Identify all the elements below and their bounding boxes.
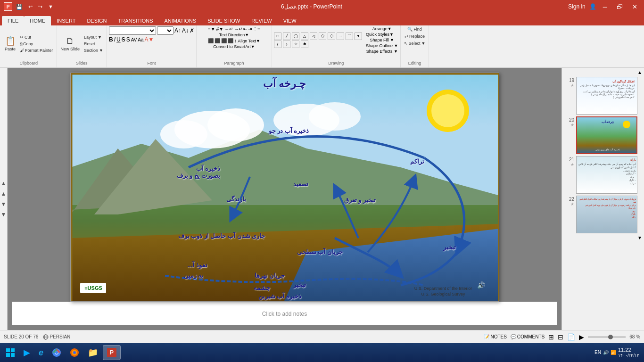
restore-btn[interactable]: 🗗 bbox=[614, 2, 626, 11]
comments-btn[interactable]: 💬 COMMENTS bbox=[511, 334, 545, 339]
select-button[interactable]: ↖ Select▼ bbox=[403, 41, 427, 46]
reading-view-btn[interactable]: 📄 bbox=[567, 333, 575, 341]
quick-redo-btn[interactable]: ↪ bbox=[36, 3, 44, 10]
section-button[interactable]: Section▼ bbox=[83, 48, 105, 53]
tab-insert[interactable]: INSERT bbox=[51, 16, 81, 25]
italic-btn[interactable]: I bbox=[114, 36, 116, 43]
scroll-up-btn[interactable]: ▲ bbox=[0, 179, 7, 188]
tab-design[interactable]: DESIGN bbox=[81, 16, 112, 25]
increase-indent-btn[interactable]: →↵ bbox=[234, 26, 242, 32]
ltr-btn[interactable]: ⇥ bbox=[248, 26, 252, 32]
minimize-btn[interactable]: ─ bbox=[600, 2, 610, 11]
taskbar-firefox[interactable] bbox=[66, 345, 83, 360]
underline-btn[interactable]: U bbox=[116, 36, 121, 43]
scroll-up2-btn[interactable]: ▲ bbox=[0, 189, 7, 198]
arrange-btn[interactable]: Arrange▼ bbox=[366, 26, 398, 31]
quick-styles-btn[interactable]: Quick Styles▼ bbox=[366, 32, 394, 37]
thumbnail-item-20[interactable]: 20 ★ چرخه آب ذخیره bbox=[564, 116, 642, 154]
align-left-btn[interactable]: ⬛ bbox=[208, 38, 214, 43]
slideshow-btn[interactable]: ▶ bbox=[579, 333, 584, 341]
thumb-scroll-up[interactable]: ▲ bbox=[637, 70, 642, 75]
normal-view-btn[interactable]: ⊞ bbox=[548, 333, 554, 341]
zoom-slider[interactable] bbox=[588, 336, 626, 338]
shape-curve[interactable]: ⌒ bbox=[346, 33, 353, 40]
justify-btn[interactable]: ⬛ bbox=[228, 38, 233, 43]
char-spacing-btn[interactable]: AV bbox=[131, 37, 137, 42]
thumb-scroll-down[interactable]: ▼ bbox=[637, 235, 642, 240]
format-painter-button[interactable]: 🖌 Format Painter bbox=[18, 48, 55, 53]
taskbar-powerpoint[interactable]: P bbox=[103, 345, 121, 360]
slide-canvas[interactable]: U.S. Department of the Interior U.S. Geo… bbox=[70, 73, 499, 302]
align-text-btn[interactable]: Align Text▼ bbox=[238, 38, 260, 43]
copy-button[interactable]: ⎘ Copy bbox=[18, 41, 55, 47]
convert-smartart-btn[interactable]: Convert to SmartArt▼ bbox=[213, 44, 255, 49]
paste-button[interactable]: 📋 Paste bbox=[3, 35, 17, 52]
slide-sorter-btn[interactable]: ⊟ bbox=[558, 333, 563, 341]
shape-more5[interactable]: ✱ bbox=[301, 41, 308, 48]
font-size-select[interactable] bbox=[157, 26, 173, 35]
taskbar-folder[interactable]: 📁 bbox=[84, 345, 102, 360]
shadow-btn[interactable]: S bbox=[126, 36, 130, 43]
start-button[interactable] bbox=[2, 345, 19, 360]
line-spacing-btn[interactable]: ↕ bbox=[234, 38, 237, 43]
numbering-btn[interactable]: #▼ bbox=[216, 26, 223, 32]
tab-animations[interactable]: ANIMATIONS bbox=[159, 16, 202, 25]
columns-btn[interactable]: ⋮≡ bbox=[253, 26, 260, 32]
decrease-indent-btn[interactable]: ←↵ bbox=[224, 26, 233, 32]
thumbnail-item-21[interactable]: 21 ★ باران آبِ آماده که وجود آن می باشد … bbox=[564, 156, 642, 194]
shape-line[interactable]: ╱ bbox=[283, 33, 290, 40]
cut-button[interactable]: ✂ Cut bbox=[18, 34, 55, 40]
shape-more3[interactable]: } bbox=[283, 41, 290, 48]
increase-font-btn[interactable]: A↑ bbox=[174, 27, 181, 34]
tab-file[interactable]: FILE bbox=[2, 16, 24, 25]
shape-rect[interactable]: □ bbox=[274, 33, 281, 40]
shape-fill-btn[interactable]: Shape Fill ▼ bbox=[366, 38, 398, 42]
rtl-btn[interactable]: ⇤ bbox=[243, 26, 247, 32]
bold-btn[interactable]: B bbox=[109, 36, 113, 43]
thumbnail-item-19[interactable]: 19 ★ اشکال گوناگون آب این ها از شکل نشان… bbox=[564, 77, 642, 115]
layout-button[interactable]: Layout▼ bbox=[83, 34, 105, 40]
replace-button[interactable]: ⇄ Replace bbox=[403, 33, 426, 39]
tab-view[interactable]: VIEW bbox=[278, 16, 302, 25]
tab-review[interactable]: REVIEW bbox=[246, 16, 277, 25]
shape-pent[interactable]: ⬠ bbox=[319, 33, 326, 40]
find-button[interactable]: 🔍 Find bbox=[406, 26, 423, 32]
shape-outline-btn[interactable]: Shape Outline ▼ bbox=[366, 43, 398, 48]
taskbar-media-player[interactable]: ▶ bbox=[20, 345, 34, 360]
taskbar-ie[interactable]: e bbox=[35, 345, 47, 360]
volume-icon[interactable]: 🔊 bbox=[603, 350, 609, 355]
shape-tri[interactable]: △ bbox=[301, 33, 308, 40]
shape-effects-btn[interactable]: Shape Effects ▼ bbox=[366, 49, 398, 54]
shape-hex[interactable]: ⬡ bbox=[328, 33, 335, 40]
shape-arrow[interactable]: → bbox=[337, 33, 344, 40]
sign-in-link[interactable]: Sign in bbox=[568, 3, 586, 10]
reset-button[interactable]: Reset bbox=[83, 41, 105, 47]
close-btn[interactable]: ✕ bbox=[629, 2, 640, 11]
strikethrough-btn[interactable]: S bbox=[122, 36, 125, 43]
quick-save-btn[interactable]: 💾 bbox=[14, 3, 25, 10]
new-slide-button[interactable]: 🗋 New Slide bbox=[59, 35, 82, 52]
decrease-font-btn[interactable]: A↓ bbox=[182, 27, 189, 34]
shape-more2[interactable]: { bbox=[274, 41, 281, 48]
align-right-btn[interactable]: ⬛ bbox=[221, 38, 227, 43]
quick-undo-btn[interactable]: ↩ bbox=[26, 3, 34, 10]
clear-format-btn[interactable]: ✗ bbox=[190, 27, 194, 34]
thumbnail-item-22[interactable]: 22 ★ نزولات جوی بارش و میزان آن از پیشرف… bbox=[564, 196, 642, 233]
network-icon[interactable]: 📶 bbox=[611, 350, 616, 355]
align-center-btn[interactable]: ⬛ bbox=[215, 38, 220, 43]
tab-transitions[interactable]: TRANSITIONS bbox=[113, 16, 159, 25]
quick-customize-btn[interactable]: ▼ bbox=[46, 3, 55, 10]
shapes-more[interactable]: ▼ bbox=[355, 33, 362, 40]
font-color-btn[interactable]: A▼ bbox=[145, 36, 154, 43]
font-family-select[interactable] bbox=[109, 26, 156, 35]
shape-rtri[interactable]: ◁ bbox=[310, 33, 317, 40]
shape-more4[interactable]: ☆ bbox=[292, 41, 299, 48]
case-btn[interactable]: Aa bbox=[138, 37, 143, 42]
tab-slideshow[interactable]: SLIDE SHOW bbox=[202, 16, 246, 25]
bullets-btn[interactable]: ≡▼ bbox=[208, 26, 215, 32]
shape-oval[interactable]: ◯ bbox=[292, 33, 299, 40]
tab-home[interactable]: HOME bbox=[24, 16, 51, 25]
scroll-down2-btn[interactable]: ▼ bbox=[0, 210, 7, 219]
notes-btn[interactable]: 📝 NOTES bbox=[484, 334, 506, 339]
taskbar-chrome[interactable] bbox=[48, 345, 65, 360]
